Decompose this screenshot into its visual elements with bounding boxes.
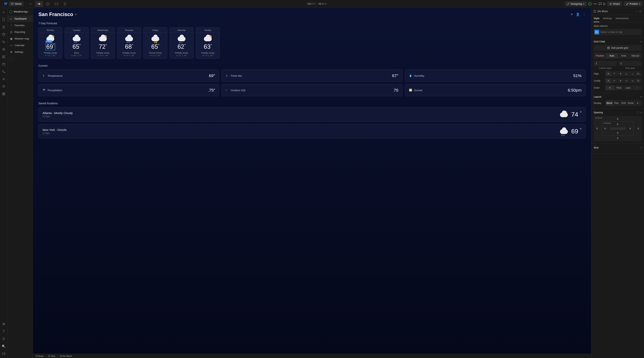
pages-icon[interactable] (2, 18, 6, 21)
sidebar-item-settings[interactable]: ⚙Settings (8, 49, 33, 55)
sidebar-item-dashboard[interactable]: ⌂Dashboard (8, 15, 33, 22)
sidebar-item-calendar[interactable]: ▭Calendar (8, 42, 33, 49)
sidebar-item-favorites[interactable]: ♡Favorites (8, 22, 33, 29)
edit-parent-grid-button[interactable]: Edit parent grid (594, 45, 642, 51)
mode-dropdown[interactable]: Designing ▾ (565, 1, 586, 6)
sidebar-item-weather-map[interactable]: ▦Weather map (8, 35, 33, 42)
display-none[interactable]: None (627, 101, 634, 106)
saved-location-card[interactable]: New York - Drizzle 2:17pm 69 ° (38, 124, 586, 139)
layout-heading[interactable]: Layout▾ (594, 95, 642, 98)
justify-start[interactable]: ⊢ (612, 78, 618, 83)
align-baseline[interactable]: A↓ (636, 71, 642, 76)
current-metric-card[interactable]: ☔ Precipitation .75" (38, 84, 219, 96)
align-center[interactable]: ✛ (618, 71, 624, 76)
breakpoint-mobile-icon[interactable] (61, 1, 69, 7)
margin-left[interactable]: 0 (596, 127, 598, 130)
breadcrumb-body[interactable]: Body (34, 355, 45, 358)
padding-right[interactable]: 0 (630, 127, 631, 130)
current-metric-card[interactable]: 🌡 Feels like 67° (222, 70, 402, 82)
position-area[interactable]: Area (618, 53, 630, 58)
column-span-input[interactable]: 1 (594, 61, 617, 66)
grid-child-heading[interactable]: Grid Child▾ (594, 40, 642, 43)
more-icon[interactable]: ⋯ (636, 10, 638, 13)
spacing-expand-icon[interactable]: ⛶ (636, 111, 639, 114)
breakpoint-tablet-icon[interactable] (52, 1, 60, 7)
order-first[interactable]: First (614, 85, 624, 90)
margin-top[interactable]: 0 (617, 118, 618, 120)
display-block[interactable]: Block (606, 101, 613, 106)
cube-icon[interactable]: ⬡ (640, 10, 642, 13)
video-icon[interactable] (2, 352, 6, 356)
justify-reset[interactable]: ✕ (606, 78, 612, 83)
forecast-day-card[interactable]: Tuesday 65° Rainy H: 68° L: 47° (65, 27, 88, 59)
apps-icon[interactable] (2, 92, 6, 96)
align-end[interactable]: ⊥ (624, 71, 630, 76)
sidebar-item-reporting[interactable]: ◫Reporting (8, 29, 33, 35)
sun-icon[interactable]: ☀ (570, 12, 573, 16)
chevron-down-icon[interactable]: ▾ (75, 13, 76, 16)
breadcrumb-div-block[interactable]: Div Block (59, 355, 73, 358)
search-icon[interactable]: 🔍 (2, 344, 6, 348)
breadcrumb-grid[interactable]: Grid (47, 355, 56, 358)
navigator-icon[interactable]: ☰ (2, 25, 6, 29)
current-metric-card[interactable]: 💧 Humidity 51% (405, 70, 586, 82)
more-icon[interactable]: ⋯ (27, 1, 34, 7)
align-reset[interactable]: ✕ (606, 71, 612, 76)
components-icon[interactable] (2, 32, 6, 36)
forecast-day-card[interactable]: Saturday 62° Partially cloudy H: 71° L: … (170, 27, 194, 59)
current-metric-card[interactable]: ≈ Outdoor AQI 70 (222, 84, 402, 96)
justify-stretch[interactable]: ⟛ (630, 78, 636, 83)
padding-top[interactable]: 0 (617, 123, 618, 125)
forecast-day-card[interactable]: Wednesday 72° Partially cloudy H: 72° L:… (91, 27, 115, 59)
spacing-editor[interactable]: MARGIN 0 0 0 0 PADDING 0 0 0 0 (594, 116, 642, 141)
padding-left[interactable]: 0 (604, 127, 606, 130)
webflow-logo[interactable] (2, 0, 9, 8)
display-flex[interactable]: Flex (613, 101, 620, 106)
tab-interactions[interactable]: Interactions (616, 15, 629, 22)
more-icon[interactable]: ⋮ (582, 12, 586, 16)
zoom-value[interactable]: 99.4 (318, 2, 323, 5)
tab-style[interactable]: Style (594, 15, 599, 22)
publish-button[interactable]: Publish ▾ (624, 1, 642, 6)
tab-settings[interactable]: Settings (603, 15, 612, 22)
users-icon[interactable] (2, 77, 6, 81)
size-heading[interactable]: Size▾ (594, 146, 642, 149)
comment-icon[interactable] (598, 2, 602, 5)
order-last[interactable]: Last (624, 85, 633, 90)
current-metric-card[interactable]: 🌡 Temperature 69° (38, 70, 219, 82)
audit-icon[interactable]: ☑ (2, 337, 6, 341)
position-manual[interactable]: Manual (630, 53, 641, 58)
position-auto[interactable]: Auto (606, 53, 618, 58)
location-title[interactable]: San Francisco (38, 11, 73, 17)
share-button[interactable]: Share (607, 1, 622, 6)
breakpoint-desktop-icon[interactable] (44, 1, 52, 7)
design-canvas[interactable]: San Francisco ▾ ☀ 👤 ⋮ 7-Day Forecast Mon… (33, 8, 591, 358)
forecast-day-card[interactable]: Thursday 68° Partially cloudy H: 71° L: … (117, 27, 141, 59)
display-grid[interactable]: Grid (620, 101, 627, 106)
canvas-width[interactable]: 992 (307, 2, 312, 5)
display-more[interactable]: ▾ (634, 101, 641, 106)
align-stretch[interactable]: ⫠ (630, 71, 636, 76)
forecast-day-card[interactable]: Sunday 63° Partially cloudy H: 71° L: 59… (196, 27, 220, 59)
current-metric-card[interactable]: 🌅 Sunset 6:50pm (405, 84, 586, 96)
spacing-heading[interactable]: Spacing⛶▾ (594, 111, 642, 114)
collapse-sidebar-button[interactable]: ‹ (9, 57, 14, 61)
selector-text-input[interactable] (600, 31, 641, 33)
home-button[interactable]: Home (9, 1, 24, 6)
order-reset[interactable]: ✕ (606, 85, 614, 90)
justify-baseline[interactable]: A↓ (636, 78, 642, 83)
variables-icon[interactable] (2, 40, 6, 44)
logic-icon[interactable] (2, 70, 6, 74)
align-start[interactable]: ⊤ (612, 71, 618, 76)
margin-bottom[interactable]: 0 (617, 137, 618, 139)
assets-icon[interactable] (2, 55, 6, 59)
padding-bottom[interactable]: 0 (617, 132, 618, 134)
help-icon[interactable]: ? (2, 330, 6, 333)
add-icon[interactable]: ＋ (2, 10, 6, 14)
order-more[interactable]: ⋯ (633, 85, 642, 90)
user-icon[interactable]: 👤 (576, 12, 580, 16)
justify-center[interactable]: ✛ (618, 78, 624, 83)
margin-right[interactable]: 0 (638, 127, 639, 130)
play-icon[interactable] (603, 2, 606, 5)
forecast-day-card[interactable]: Friday 65° Severe storms H: 71° L: 59° (143, 27, 167, 59)
